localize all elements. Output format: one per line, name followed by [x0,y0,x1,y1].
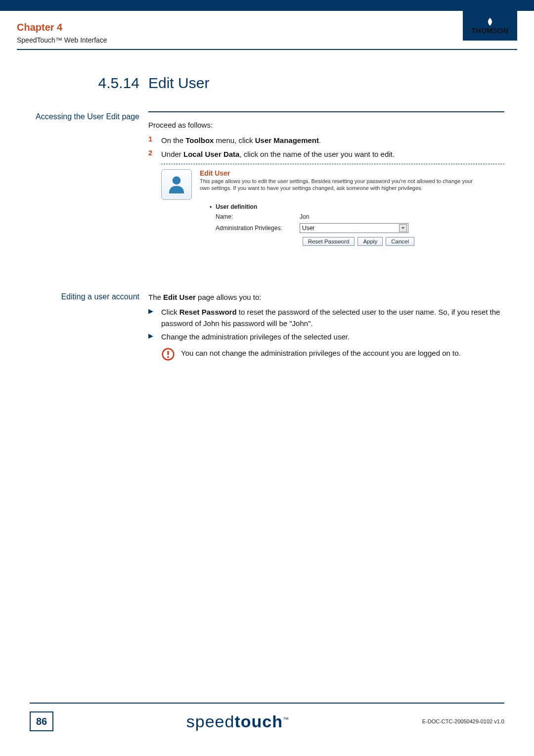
t: page allows you to: [196,293,262,301]
apply-button[interactable]: Apply [357,237,383,246]
page-number: 86 [30,711,53,731]
edit-user-screenshot: Edit User This page allows you to edit t… [161,169,504,246]
warning-icon [161,347,175,361]
t-bold: Toolbox [185,136,214,144]
footer-logo: speedtouch™ [53,712,422,731]
svg-point-3 [167,356,169,358]
trademark-icon: ™ [283,715,289,722]
user-definition-block: User definition Name: Jon Administration… [210,203,504,246]
cancel-button[interactable]: Cancel [386,237,414,246]
t: On the [161,136,185,144]
editing-body: The Edit User page allows you to: ▶ Clic… [148,291,504,361]
editing-intro: The Edit User page allows you to: [148,291,504,303]
doc-id: E-DOC-CTC-20050429-0102 v1.0 [422,718,504,724]
t: Click [161,308,179,316]
triangle-bullet-icon: ▶ [148,306,161,316]
warning-text: You can not change the administration pr… [181,347,461,359]
t: The [148,293,163,301]
step-number: 2 [148,148,161,157]
access-step-2: 2 Under Local User Data, click on the na… [148,148,504,160]
editing-item-1: ▶ Click Reset Password to reset the pass… [148,306,504,330]
footer-row: 86 speedtouch™ E-DOC-CTC-20050429-0102 v… [30,711,504,731]
content: 4.5.14 Edit User [0,50,534,92]
footer-rule [30,703,504,704]
screenshot-body: Edit User This page allows you to edit t… [200,169,504,246]
step-text: Under Local User Data, click on the name… [161,148,395,160]
user-definition-heading: User definition [210,203,504,210]
access-rule [148,111,504,112]
access-intro: Proceed as follows: [148,119,504,131]
section-title-col: Edit User [148,75,504,92]
chevron-down-icon [399,224,407,232]
priv-label: Administration Privileges: [216,225,300,232]
screenshot-desc: This page allows you to edit the user se… [200,178,477,192]
block-access: Accessing the User Edit page Proceed as … [0,92,534,246]
chapter-label: Chapter 4 [17,22,463,33]
kv-privileges: Administration Privileges: User [216,223,504,233]
editing-side-label: Editing a user account [30,291,139,302]
editing-item-2: ▶ Change the administration privileges o… [148,331,504,342]
svg-rect-2 [167,351,169,355]
block-editing: Editing a user account The Edit User pag… [0,267,534,361]
step-number: 1 [148,135,161,143]
brand-text: THOMSON [471,27,508,35]
logo-bold: touch [234,712,283,731]
chapter-subtitle: SpeedTouch™ Web Interface [17,36,463,44]
user-avatar-icon [166,174,187,195]
name-label: Name: [216,213,300,220]
button-row: Reset Password Apply Cancel [216,237,414,246]
avatar-icon-box [161,169,192,200]
page-root: Chapter 4 SpeedTouch™ Web Interface THOM… [0,0,534,756]
page-header: Chapter 4 SpeedTouch™ Web Interface THOM… [0,11,534,49]
step-text: On the Toolbox menu, click User Manageme… [161,135,321,146]
dotted-divider [161,164,504,164]
access-side: Accessing the User Edit page [30,111,148,246]
item-text: Click Reset Password to reset the passwo… [161,306,504,330]
logo-thin: speed [186,712,235,731]
brand-badge: THOMSON [463,11,517,41]
item-text: Change the administration privileges of … [161,331,350,342]
kv-name: Name: Jon [216,213,504,220]
t-bold: Edit User [163,293,196,301]
section-title: Edit User [148,75,209,91]
access-step-1: 1 On the Toolbox menu, click User Manage… [148,135,504,146]
priv-select[interactable]: User [300,223,408,233]
page-footer: 86 speedtouch™ E-DOC-CTC-20050429-0102 v… [0,703,534,731]
t: . [319,136,321,144]
triangle-bullet-icon: ▶ [148,331,161,341]
t: , click on the name of the user you want… [239,150,395,158]
warning-note: You can not change the administration pr… [161,347,504,361]
name-value: Jon [300,213,309,220]
t: menu, click [214,136,255,144]
t-bold: Local User Data [183,150,239,158]
svg-point-0 [173,176,181,185]
section-number-col: 4.5.14 [30,75,148,92]
brand-icon [485,17,495,27]
t-bold: Reset Password [179,308,237,316]
editing-side: Editing a user account [30,291,148,361]
t-bold: User Management [255,136,319,144]
priv-select-value: User [302,225,314,232]
t: Under [161,150,183,158]
access-steps: 1 On the Toolbox menu, click User Manage… [148,135,504,160]
section-number: 4.5.14 [98,75,139,91]
access-side-label: Accessing the User Edit page [30,111,139,122]
screenshot-title: Edit User [200,169,504,177]
editing-bullets: ▶ Click Reset Password to reset the pass… [148,306,504,343]
header-left: Chapter 4 SpeedTouch™ Web Interface [17,22,463,44]
access-body: Proceed as follows: 1 On the Toolbox men… [148,111,504,246]
top-bar [0,0,534,11]
reset-password-button[interactable]: Reset Password [303,237,355,246]
